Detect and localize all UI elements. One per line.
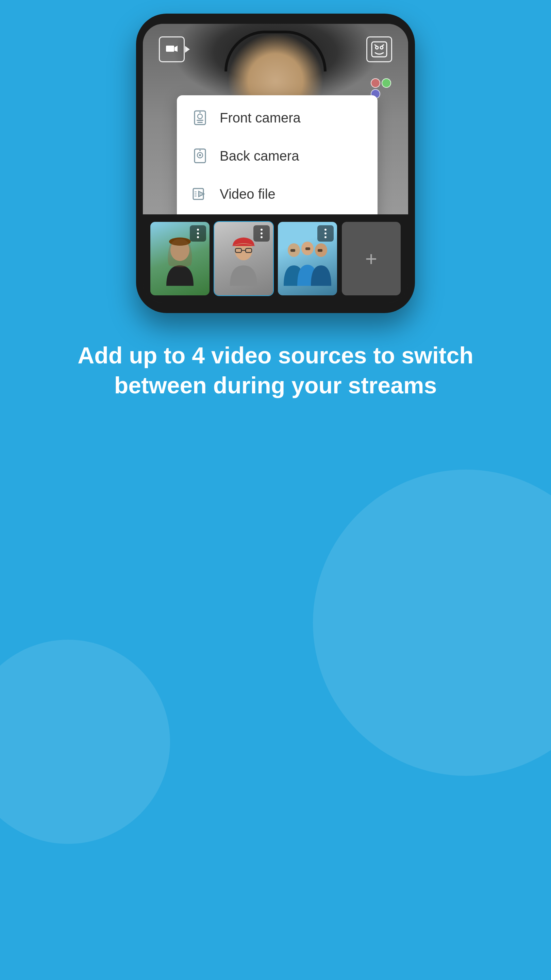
phone-frame: Front camera Back camera — [136, 14, 415, 313]
back-camera-label: Back camera — [220, 148, 299, 164]
thumbnail-3[interactable] — [277, 221, 338, 296]
effect-circle-green — [382, 78, 391, 88]
preview-top-bar — [143, 24, 408, 75]
svg-rect-42 — [291, 249, 295, 252]
menu-dot — [260, 236, 263, 238]
phone-wrapper: Front camera Back camera — [136, 14, 415, 313]
menu-dot — [197, 232, 199, 234]
menu-dot — [260, 232, 263, 234]
video-chat-button[interactable] — [156, 34, 187, 65]
video-file-label: Video file — [220, 186, 275, 202]
thumbnail-add[interactable]: + — [341, 221, 402, 296]
video-file-icon — [191, 185, 210, 204]
video-chat-icon — [159, 37, 185, 62]
svg-rect-11 — [197, 122, 203, 123]
menu-dot — [324, 229, 327, 231]
effect-circle-red — [371, 78, 380, 88]
svg-rect-0 — [166, 46, 174, 52]
bg-decoration-1 — [313, 469, 551, 776]
source-dropdown-menu: Front camera Back camera — [177, 95, 378, 215]
camera-preview: Front camera Back camera — [143, 24, 408, 215]
face-filter-button[interactable] — [364, 34, 395, 65]
svg-point-14 — [199, 154, 201, 156]
bg-decoration-2 — [0, 640, 170, 844]
thumbnails-row: + — [143, 215, 408, 303]
thumbnail-2[interactable] — [214, 221, 274, 296]
svg-point-9 — [199, 111, 201, 113]
back-camera-icon — [191, 146, 210, 165]
svg-line-5 — [375, 45, 376, 46]
thumb-2-menu-button[interactable] — [253, 225, 270, 242]
front-camera-label: Front camera — [220, 110, 301, 126]
svg-rect-43 — [305, 247, 310, 250]
thumbnail-1[interactable] — [150, 221, 210, 296]
thumb-add-bg: + — [342, 222, 401, 295]
menu-item-front-camera[interactable]: Front camera — [177, 99, 378, 137]
phone-screen: Front camera Back camera — [143, 24, 408, 303]
svg-point-15 — [199, 150, 201, 151]
menu-dot — [197, 236, 199, 238]
svg-point-3 — [375, 46, 378, 49]
svg-rect-10 — [197, 120, 203, 121]
front-camera-icon — [191, 108, 210, 127]
menu-item-image[interactable]: Image — [177, 213, 378, 215]
svg-rect-44 — [318, 249, 322, 252]
caption-line-1: Add up to 4 video sources to switch — [78, 342, 473, 368]
caption-text: Add up to 4 video sources to switch betw… — [41, 340, 510, 401]
menu-dot — [260, 229, 263, 231]
menu-item-video-file[interactable]: Video file — [177, 175, 378, 213]
svg-point-8 — [198, 114, 202, 119]
svg-line-6 — [382, 45, 384, 46]
add-icon: + — [365, 247, 377, 270]
face-filter-icon — [366, 37, 392, 62]
svg-marker-1 — [175, 46, 178, 52]
menu-item-back-camera[interactable]: Back camera — [177, 137, 378, 175]
menu-dot — [324, 236, 327, 238]
thumb-3-menu-button[interactable] — [318, 225, 333, 242]
caption-line-2: between during your streams — [114, 372, 437, 398]
thumb-1-menu-button[interactable] — [190, 225, 206, 242]
svg-point-4 — [380, 46, 383, 49]
menu-dot — [324, 232, 327, 234]
menu-dot — [197, 229, 199, 231]
bottom-caption: Add up to 4 video sources to switch betw… — [0, 313, 551, 428]
